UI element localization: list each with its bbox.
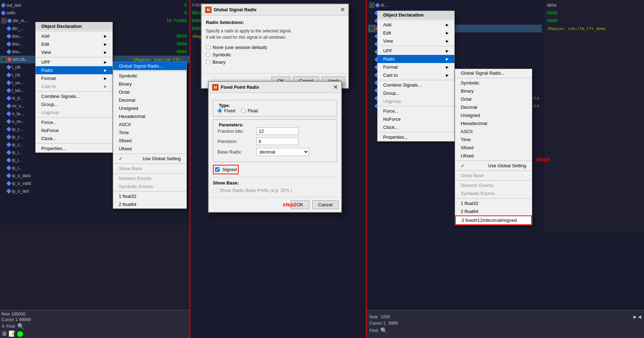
menu-unsigned[interactable]: Unsigned: [455, 111, 532, 119]
menu-hexadecimal[interactable]: Hexadecimal: [455, 119, 532, 127]
menu-ungroup[interactable]: Ungroup: [378, 97, 454, 105]
menu-numeric-enums[interactable]: Numeric Enums: [113, 174, 186, 182]
menu-force[interactable]: Force...: [378, 107, 454, 115]
toolbar-icon2[interactable]: 📝: [8, 330, 16, 337]
menu-noforce[interactable]: NoForce: [36, 126, 112, 134]
menu-view[interactable]: View ▶: [36, 48, 112, 56]
radio-binary[interactable]: Binary: [206, 60, 344, 65]
menu-force[interactable]: Force...: [36, 118, 112, 126]
expand-icon[interactable]: -: [369, 26, 374, 31]
menu-item-label: Clock...: [383, 125, 398, 130]
menu-float64[interactable]: 2 float64: [455, 207, 532, 215]
radio-fixed[interactable]: Fixed: [217, 108, 235, 113]
menu-use-global-setting[interactable]: ✓ Use Global Setting: [455, 162, 532, 170]
menu-use-global-setting[interactable]: ✓ Use Global Setting: [113, 155, 186, 163]
menu-radix[interactable]: Radix ▶: [378, 55, 454, 63]
expand-icon[interactable]: +: [1, 18, 6, 23]
show-base-checkbox-row[interactable]: Show Radix Base Prefix (e.g. 32'h ): [213, 188, 337, 193]
menu-group[interactable]: Group...: [36, 100, 112, 108]
menu-ufixed[interactable]: Ufixed: [113, 145, 186, 153]
toolbar-icon3[interactable]: ⬤: [17, 330, 23, 337]
signal-row[interactable]: +di...: [368, 1, 542, 9]
dialog-title-bar: M Global Signal Radix ✕: [202, 4, 348, 15]
menu-global-signal-radix[interactable]: Global Signal Radix...: [113, 62, 186, 70]
menu-binary[interactable]: Binary: [113, 80, 186, 88]
radio-input-fixed[interactable]: [217, 108, 222, 113]
menu-clock[interactable]: Clock...: [378, 123, 454, 131]
menu-ascii[interactable]: ASCII: [455, 127, 532, 136]
menu-global-signal-radix[interactable]: Global Signal Radix...: [455, 69, 532, 77]
x-icon[interactable]: ✕: [1, 324, 5, 329]
menu-format[interactable]: Format ▶: [36, 74, 112, 82]
menu-fixed-signed[interactable]: 3 fixed#12#decimal#signed: [455, 215, 532, 225]
radio-input-binary[interactable]: [206, 60, 210, 64]
menu-time[interactable]: Time: [455, 136, 532, 144]
menu-format[interactable]: Format ▶: [378, 63, 454, 71]
base-radix-select[interactable]: decimal binary hexadecimal octal: [256, 148, 309, 156]
menu-symbolic[interactable]: Symbolic: [113, 72, 186, 80]
cancel-button[interactable]: Cancel: [312, 200, 338, 209]
menu-hexadecimal[interactable]: Hexadecimal: [113, 112, 186, 120]
close-button[interactable]: ✕: [340, 6, 345, 13]
menu-show-base[interactable]: Show Base: [113, 164, 186, 173]
menu-clock[interactable]: Clock...: [36, 134, 112, 143]
scroll-left-icon[interactable]: ◀: [638, 314, 641, 319]
menu-decimal[interactable]: Decimal: [455, 103, 532, 111]
menu-radix[interactable]: Radix ▶: [36, 66, 112, 74]
radio-float[interactable]: Float: [241, 108, 258, 113]
menu-unsigned[interactable]: Unsigned: [113, 104, 186, 112]
signal-row[interactable]: ovflo 0: [0, 9, 190, 17]
menu-cast-to[interactable]: Cast to ▶: [378, 71, 454, 79]
menu-view[interactable]: View ▶: [378, 37, 454, 45]
expand-icon[interactable]: +: [369, 3, 374, 8]
close-button[interactable]: ✕: [333, 84, 338, 90]
menu-add[interactable]: Add ▶: [378, 21, 454, 29]
signal-row[interactable]: out_last 0: [0, 1, 190, 9]
menu-symbolic-enums[interactable]: Symbolic Enums: [113, 182, 186, 190]
menu-decimal[interactable]: Decimal: [113, 96, 186, 104]
menu-cast-to[interactable]: Cast to ▶: [36, 82, 112, 90]
radio-input-none[interactable]: [206, 45, 210, 50]
menu-combine-signals[interactable]: Combine Signals...: [36, 92, 112, 100]
menu-show-base[interactable]: Show Base: [455, 171, 532, 180]
menu-float32[interactable]: 1 float32: [455, 199, 532, 207]
menu-symbolic[interactable]: Symbolic: [455, 79, 532, 87]
radio-symbolic[interactable]: Symbolic: [206, 52, 344, 57]
menu-binary[interactable]: Binary: [455, 87, 532, 95]
scroll-right-icon[interactable]: ▶: [633, 314, 637, 319]
find-binoculars-icon[interactable]: 🔍: [17, 323, 24, 330]
menu-combine-signals[interactable]: Combine Signals...: [378, 81, 454, 89]
menu-octal[interactable]: Octal: [113, 88, 186, 96]
menu-ascii[interactable]: ASCII: [113, 120, 186, 129]
toolbar-icon1[interactable]: 🖥: [1, 331, 7, 337]
menu-numeric-enums[interactable]: Numeric Enums: [455, 181, 532, 189]
show-base-checkbox[interactable]: [213, 188, 217, 193]
radio-none[interactable]: None (use session default): [206, 45, 344, 50]
fraction-bits-input[interactable]: [256, 127, 299, 135]
menu-sfixed[interactable]: Sfixed: [113, 137, 186, 145]
menu-float32[interactable]: 1 float32: [113, 192, 186, 200]
menu-properties[interactable]: Properties...: [378, 133, 454, 141]
menu-upf[interactable]: UPF ▶: [36, 58, 112, 66]
menu-ungroup[interactable]: Ungroup: [36, 108, 112, 117]
menu-octal[interactable]: Octal: [455, 95, 532, 103]
menu-group[interactable]: Group...: [378, 89, 454, 97]
menu-edit[interactable]: Edit ▶: [36, 40, 112, 48]
signed-checkbox[interactable]: [215, 167, 220, 172]
radio-input-float[interactable]: [241, 108, 246, 113]
menu-ufixed[interactable]: Ufixed: [455, 152, 532, 160]
expand-icon[interactable]: -: [1, 57, 6, 62]
menu-float64[interactable]: 2 float64: [113, 200, 186, 208]
menu-properties[interactable]: Properties...: [36, 144, 112, 152]
menu-edit[interactable]: Edit ▶: [378, 29, 454, 37]
menu-noforce[interactable]: NoForce: [378, 115, 454, 123]
menu-symbolic-enums[interactable]: Symbolic Enums: [455, 189, 532, 198]
menu-sfixed[interactable]: Sfixed: [455, 144, 532, 152]
menu-add[interactable]: Add ▶: [36, 32, 112, 40]
precision-input[interactable]: [256, 138, 299, 145]
find-binoculars-icon[interactable]: 🔍: [380, 327, 387, 334]
menu-time[interactable]: Time: [113, 129, 186, 137]
menu-item-label: Octal: [461, 96, 471, 102]
radio-input-symbolic[interactable]: [206, 52, 210, 57]
menu-upf[interactable]: UPF ▶: [378, 47, 454, 55]
